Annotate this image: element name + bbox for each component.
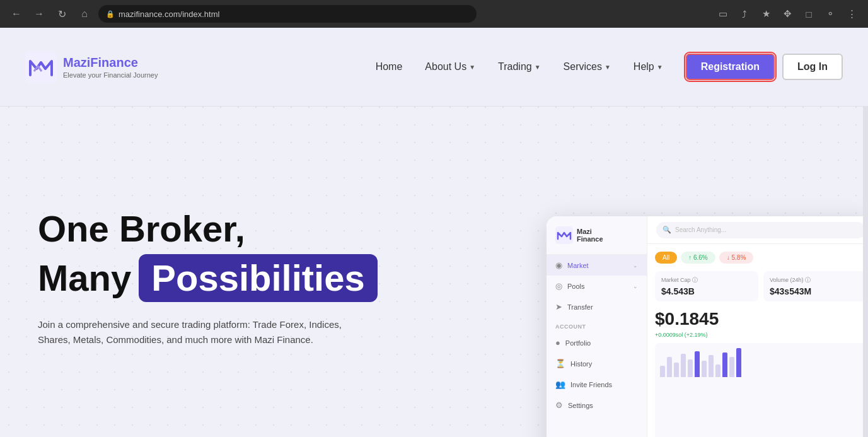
refresh-button[interactable]: ↻ bbox=[53, 5, 71, 23]
help-dropdown-arrow: ▼ bbox=[657, 64, 663, 71]
nav-services[interactable]: Services ▼ bbox=[553, 56, 621, 78]
nav-links: Home About Us ▼ Trading ▼ Services ▼ Hel… bbox=[366, 56, 673, 78]
browser-actions: ▭ ⤴ ★ ✥ □ ⚬ ⋮ bbox=[714, 5, 860, 23]
hero-headline-line1: One Broker, bbox=[38, 209, 830, 249]
hero-line2-prefix: Many bbox=[38, 258, 131, 298]
profile-icon[interactable]: ⚬ bbox=[821, 5, 839, 23]
hero-section: One Broker, Many Possibilities Join a co… bbox=[0, 107, 868, 437]
window-icon[interactable]: □ bbox=[800, 5, 818, 23]
logo-tagline: Elevate your Financial Journey bbox=[63, 71, 158, 79]
website: MaziFinance Elevate your Financial Journ… bbox=[0, 28, 868, 437]
logo-link[interactable]: MaziFinance Elevate your Financial Journ… bbox=[25, 51, 158, 83]
services-dropdown-arrow: ▼ bbox=[605, 64, 611, 71]
star-icon[interactable]: ★ bbox=[757, 5, 775, 23]
lock-icon: 🔒 bbox=[106, 10, 115, 18]
logo-name: MaziFinance bbox=[63, 55, 158, 70]
hero-highlight-badge: Possibilities bbox=[139, 254, 377, 302]
share-icon[interactable]: ⤴ bbox=[736, 5, 753, 23]
navbar: MaziFinance Elevate your Financial Journ… bbox=[0, 28, 868, 107]
screen-cast-icon[interactable]: ▭ bbox=[714, 5, 732, 23]
extensions-icon[interactable]: ✥ bbox=[778, 5, 796, 23]
forward-button[interactable]: → bbox=[30, 5, 48, 23]
url-text: mazifinance.com/index.html bbox=[119, 9, 219, 19]
registration-button[interactable]: Registration bbox=[686, 54, 775, 80]
hero-subtitle: Join a comprehensive and secure trading … bbox=[38, 317, 366, 347]
address-bar[interactable]: 🔒 mazifinance.com/index.html bbox=[98, 5, 477, 23]
back-button[interactable]: ← bbox=[8, 5, 25, 23]
browser-chrome: ← → ↻ ⌂ 🔒 mazifinance.com/index.html ▭ ⤴… bbox=[0, 0, 868, 28]
logo-icon bbox=[25, 51, 57, 83]
nav-trading[interactable]: Trading ▼ bbox=[488, 56, 551, 78]
nav-home[interactable]: Home bbox=[366, 56, 413, 78]
hero-headline-line2: Many Possibilities bbox=[38, 254, 830, 302]
nav-about[interactable]: About Us ▼ bbox=[415, 56, 485, 78]
home-button[interactable]: ⌂ bbox=[76, 5, 93, 23]
login-button[interactable]: Log In bbox=[782, 54, 843, 80]
menu-icon[interactable]: ⋮ bbox=[843, 5, 860, 23]
nav-help[interactable]: Help ▼ bbox=[623, 56, 673, 78]
logo-text: MaziFinance Elevate your Financial Journ… bbox=[63, 55, 158, 79]
nav-cta-area: Registration Log In bbox=[686, 54, 843, 80]
about-dropdown-arrow: ▼ bbox=[469, 64, 475, 71]
trading-dropdown-arrow: ▼ bbox=[535, 64, 541, 71]
